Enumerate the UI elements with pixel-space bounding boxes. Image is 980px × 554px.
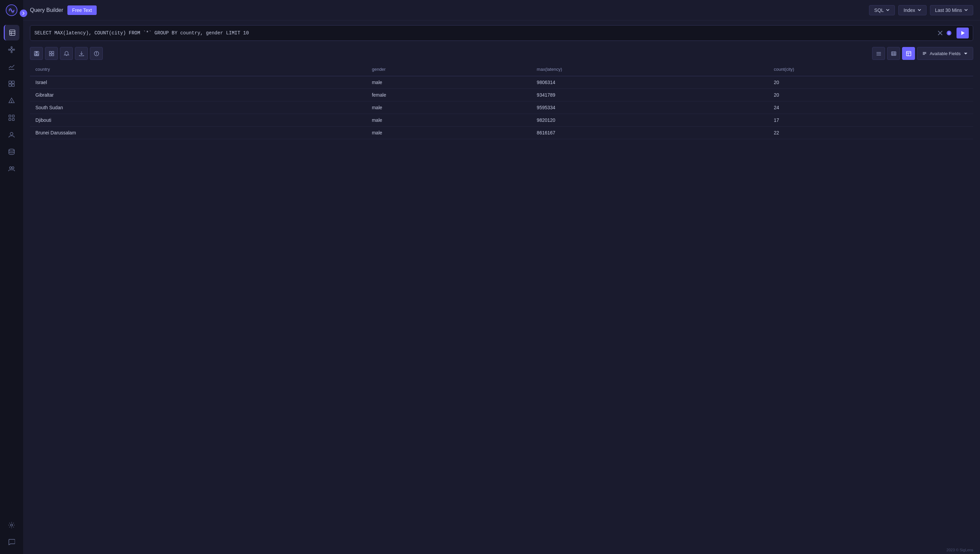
sidebar-item-query[interactable] [4,25,19,40]
table-cell-count_city: 17 [768,114,973,127]
clear-query-button[interactable] [937,30,943,36]
time-button[interactable]: Last 30 Mins [930,5,973,15]
table-cell-max_latency: 9341789 [531,89,768,102]
download-button[interactable] [75,47,88,60]
free-text-button[interactable]: Free Text [67,5,97,15]
sidebar-item-apps[interactable] [4,110,19,126]
app-logo[interactable] [5,4,18,18]
run-query-button[interactable] [956,27,969,38]
sidebar-item-storage[interactable] [4,144,19,159]
column-header-count-city: count(city) [768,63,973,76]
svg-rect-16 [12,81,14,83]
main-content: Query Builder Free Text SQL Index Last 3… [23,0,980,554]
sidebar-nav [0,25,23,177]
svg-text:i: i [949,31,950,35]
page-title: Query Builder [30,7,63,13]
svg-rect-17 [9,84,11,86]
table-cell-country: Israel [30,76,366,89]
table-cell-country: Djibouti [30,114,366,127]
column-header-gender: gender [366,63,531,76]
table-cell-max_latency: 9806314 [531,76,768,89]
table-cell-gender: male [366,127,531,139]
table-cell-country: Gibraltar [30,89,366,102]
toolbar: Available Fields [23,44,980,63]
sidebar-item-alert[interactable] [4,93,19,108]
svg-rect-40 [49,54,51,56]
list-view-button[interactable] [872,47,885,60]
topbar: Query Builder Free Text SQL Index Last 3… [23,0,980,21]
table-row: Israelmale980631420 [30,76,973,89]
svg-rect-35 [35,51,38,53]
svg-rect-21 [9,115,11,117]
toolbar-info-button[interactable] [90,47,103,60]
sidebar-item-chat[interactable] [4,534,19,550]
table-cell-country: Brunei Darussalam [30,127,366,139]
table-cell-count_city: 20 [768,76,973,89]
table-header: country gender max(latency) count(city) [30,63,973,76]
footer: 2023 © SigLens [23,546,980,554]
svg-point-44 [96,52,97,53]
svg-rect-15 [9,81,11,83]
svg-rect-48 [891,52,896,56]
sidebar-item-dashboard[interactable] [4,76,19,92]
sidebar-item-settings[interactable] [4,517,19,533]
table-cell-count_city: 22 [768,127,973,139]
query-area: i [23,21,980,44]
sidebar-item-team[interactable] [4,161,19,177]
info-query-button[interactable]: i [946,30,952,36]
query-input[interactable] [34,30,937,36]
svg-rect-41 [52,54,54,56]
svg-point-6 [11,47,12,48]
table-view-button[interactable] [902,47,915,60]
svg-point-5 [11,49,13,51]
svg-rect-37 [36,54,37,55]
column-header-country: country [30,63,366,76]
sidebar-bottom [0,517,23,550]
results-table-container: country gender max(latency) count(city) … [23,63,980,546]
svg-point-20 [11,102,12,102]
table-cell-gender: male [366,102,531,114]
available-fields-button[interactable]: Available Fields [917,47,973,60]
sidebar-item-user[interactable] [4,127,19,143]
table-row: South Sudanmale959533424 [30,102,973,114]
svg-point-29 [11,524,13,526]
results-table: country gender max(latency) count(city) … [30,63,973,139]
svg-point-26 [9,149,14,151]
query-input-actions: i [937,27,969,38]
copyright-text: 2023 © SigLens [947,548,973,552]
sidebar [0,0,23,554]
table-header-row: country gender max(latency) count(city) [30,63,973,76]
svg-rect-53 [907,51,911,56]
table-row: Brunei Darussalammale861616722 [30,127,973,139]
svg-point-9 [13,49,14,50]
table-cell-gender: male [366,114,531,127]
table-cell-country: South Sudan [30,102,366,114]
toolbar-left [30,47,103,60]
sidebar-item-cluster[interactable] [4,42,19,57]
topbar-left: Query Builder Free Text [30,5,97,15]
svg-rect-24 [12,118,14,121]
table-body: Israelmale980631420Gibraltarfemale934178… [30,76,973,139]
filter-view-button[interactable] [887,47,900,60]
svg-rect-22 [12,115,14,117]
bell-button[interactable] [60,47,73,60]
svg-rect-1 [10,30,15,35]
table-cell-gender: male [366,76,531,89]
table-row: Djiboutimale982012017 [30,114,973,127]
sql-button[interactable]: SQL [869,5,895,15]
table-cell-max_latency: 9820120 [531,114,768,127]
svg-point-7 [11,51,12,53]
available-fields-label: Available Fields [930,51,961,56]
sidebar-item-chart[interactable] [4,59,19,75]
index-button[interactable]: Index [898,5,926,15]
svg-point-8 [8,49,10,50]
save-button[interactable] [30,47,43,60]
svg-rect-18 [12,84,14,86]
table-cell-max_latency: 9595334 [531,102,768,114]
table-row: Gibraltarfemale934178920 [30,89,973,102]
sidebar-expand-button[interactable] [20,10,27,17]
table-cell-count_city: 24 [768,102,973,114]
table-cell-gender: female [366,89,531,102]
svg-rect-23 [9,118,11,121]
grid-view-button[interactable] [45,47,58,60]
